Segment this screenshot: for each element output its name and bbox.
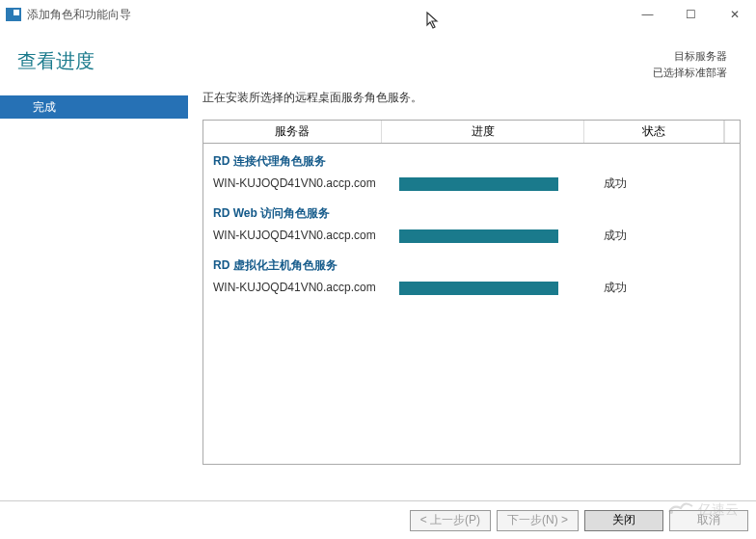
- panel-body: RD 连接代理角色服务 WIN-KUJOQD41VN0.accp.com 成功 …: [203, 144, 740, 304]
- close-wizard-button[interactable]: 关闭: [584, 510, 663, 531]
- role-title: RD 虚拟化主机角色服务: [203, 254, 740, 280]
- close-button[interactable]: ✕: [713, 0, 756, 29]
- app-icon: [6, 8, 21, 21]
- svg-text:亿速云: 亿速云: [697, 501, 739, 517]
- window-controls: — ☐ ✕: [626, 0, 756, 29]
- role-title: RD 连接代理角色服务: [203, 149, 740, 175]
- header: 查看进度 目标服务器 已选择标准部署: [0, 29, 756, 90]
- progress-cell: [382, 229, 584, 243]
- target-server-value: 已选择标准部署: [653, 65, 727, 81]
- server-row: WIN-KUJOQD41VN0.accp.com 成功: [203, 280, 740, 304]
- server-name: WIN-KUJOQD41VN0.accp.com: [213, 281, 382, 296]
- instruction-text: 正在安装所选择的远程桌面服务角色服务。: [202, 90, 741, 106]
- window-title: 添加角色和功能向导: [27, 7, 131, 23]
- col-server[interactable]: 服务器: [203, 121, 382, 143]
- watermark: 亿速云: [665, 495, 742, 522]
- progress-bar: [399, 282, 558, 295]
- maximize-button[interactable]: ☐: [669, 0, 713, 29]
- role-group: RD 连接代理角色服务 WIN-KUJOQD41VN0.accp.com 成功: [203, 149, 740, 200]
- header-target: 目标服务器 已选择标准部署: [653, 48, 727, 80]
- col-status[interactable]: 状态: [584, 121, 724, 143]
- svg-point-0: [670, 511, 672, 513]
- main-content: 正在安装所选择的远程桌面服务角色服务。 服务器 进度 状态 RD 连接代理角色服…: [188, 90, 741, 465]
- titlebar: 添加角色和功能向导 — ☐ ✕: [0, 0, 756, 29]
- status-cell: 成功: [584, 228, 627, 244]
- status-cell: 成功: [584, 280, 627, 296]
- server-name: WIN-KUJOQD41VN0.accp.com: [213, 176, 382, 192]
- col-progress[interactable]: 进度: [382, 121, 584, 143]
- body: 完成 正在安装所选择的远程桌面服务角色服务。 服务器 进度 状态 RD 连接代理…: [0, 90, 756, 465]
- footer: < 上一步(P) 下一步(N) > 关闭 取消: [0, 500, 756, 539]
- table-header: 服务器 进度 状态: [203, 121, 740, 144]
- server-row: WIN-KUJOQD41VN0.accp.com 成功: [203, 175, 740, 200]
- sidebar-item-complete[interactable]: 完成: [0, 95, 188, 119]
- progress-cell: [382, 177, 584, 191]
- role-group: RD Web 访问角色服务 WIN-KUJOQD41VN0.accp.com 成…: [203, 202, 740, 252]
- page-title: 查看进度: [17, 48, 94, 74]
- next-button: 下一步(N) >: [497, 510, 579, 531]
- progress-panel: 服务器 进度 状态 RD 连接代理角色服务 WIN-KUJOQD41VN0.ac…: [202, 120, 741, 465]
- titlebar-left: 添加角色和功能向导: [6, 7, 131, 23]
- target-server-label: 目标服务器: [653, 48, 727, 65]
- progress-cell: [382, 282, 584, 295]
- scrollbar-header: [724, 121, 740, 143]
- progress-bar: [399, 229, 558, 243]
- server-name: WIN-KUJOQD41VN0.accp.com: [213, 229, 382, 244]
- sidebar: 完成: [0, 90, 188, 465]
- server-row: WIN-KUJOQD41VN0.accp.com 成功: [203, 228, 740, 252]
- prev-button: < 上一步(P): [410, 510, 491, 531]
- status-cell: 成功: [584, 175, 627, 192]
- role-title: RD Web 访问角色服务: [203, 202, 740, 228]
- minimize-button[interactable]: —: [626, 0, 669, 29]
- role-group: RD 虚拟化主机角色服务 WIN-KUJOQD41VN0.accp.com 成功: [203, 254, 740, 304]
- progress-bar: [399, 177, 558, 191]
